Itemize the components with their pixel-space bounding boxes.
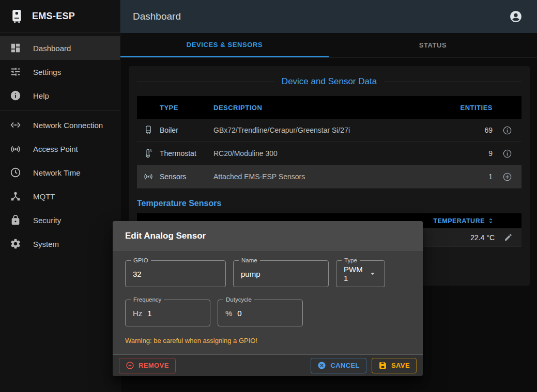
app-title: EMS-ESP <box>32 11 75 22</box>
device-description: GBx72/Trendline/Cerapur/Greenstar Si/27i <box>213 126 456 134</box>
ems-esp-app: EMS-ESP Dashboard Settings Help <box>0 0 537 392</box>
dialog-body: GPIO Name Type PWM 1 Frequency <box>113 251 423 354</box>
sidebar-item-label: Security <box>33 216 61 225</box>
device-description: RC20/Moduline 300 <box>213 149 456 158</box>
dialog-title: Edit Analog Sensor <box>113 221 423 251</box>
sidebar-item-network-time[interactable]: Network Time <box>0 161 120 184</box>
sidebar-item-label: Network Connection <box>33 121 103 130</box>
sidebar-item-label: Dashboard <box>33 44 71 53</box>
unfold-more-icon <box>487 217 495 225</box>
device-type: Boiler <box>160 126 213 134</box>
frequency-label: Frequency <box>131 296 164 303</box>
sidebar-item-mqtt[interactable]: MQTT <box>0 184 120 208</box>
sidebar-item-network-connection[interactable]: Network Connection <box>0 113 120 137</box>
sidebar-item-label: MQTT <box>33 192 55 201</box>
gpio-warning-text: Warning: be careful when assigning a GPI… <box>125 337 410 344</box>
wifi-tethering-icon <box>9 143 22 155</box>
sidebar-item-access-point[interactable]: Access Point <box>0 137 120 161</box>
device-table: TYPE DESCRIPTION ENTITIES Boiler GBx72/T… <box>137 96 521 189</box>
save-button[interactable]: SAVE <box>372 358 417 373</box>
sidebar-item-label: Network Time <box>33 168 81 177</box>
svg-text:A: A <box>150 149 152 152</box>
frequency-field: Frequency Hz <box>125 300 210 326</box>
gear-icon <box>9 238 22 250</box>
type-label: Type <box>342 257 360 264</box>
tab-devices-sensors[interactable]: DEVICES & SENSORS <box>120 33 329 57</box>
sidebar-item-label: Help <box>33 91 49 100</box>
device-table-header: TYPE DESCRIPTION ENTITIES <box>137 96 521 119</box>
sidebar-item-help[interactable]: Help <box>0 84 120 107</box>
dutycycle-input[interactable] <box>237 309 295 318</box>
header-description: DESCRIPTION <box>213 104 456 112</box>
info-outline-icon[interactable] <box>501 124 513 136</box>
sidebar-divider <box>0 110 120 111</box>
table-row-sensors: Sensors Attached EMS-ESP Sensors 1 <box>137 165 521 189</box>
header-entities: ENTITIES <box>456 104 493 112</box>
header-type: TYPE <box>160 104 213 112</box>
edit-analog-sensor-dialog: Edit Analog Sensor GPIO Name Type PWM 1 <box>113 221 423 376</box>
sidebar: EMS-ESP Dashboard Settings Help <box>0 0 120 392</box>
clock-icon <box>9 166 22 179</box>
tab-status[interactable]: STATUS <box>329 33 537 57</box>
add-circle-icon[interactable] <box>501 171 513 183</box>
tune-icon <box>9 66 22 78</box>
sidebar-nav: Dashboard Settings Help Network Conn <box>0 33 120 256</box>
dialog-actions: REMOVE CANCEL SAVE <box>113 354 423 376</box>
name-input[interactable] <box>241 270 321 278</box>
type-select[interactable]: Type PWM 1 <box>336 260 385 287</box>
device-entities: 9 <box>456 149 493 158</box>
floppy-icon <box>378 361 387 370</box>
sidebar-item-label: Access Point <box>33 145 78 153</box>
sidebar-item-dashboard[interactable]: Dashboard <box>0 36 120 60</box>
caret-down-icon <box>368 269 377 278</box>
sidebar-item-security[interactable]: Security <box>0 208 120 232</box>
tab-bar: DEVICES & SENSORS STATUS <box>120 33 537 58</box>
dashboard-icon <box>9 42 22 54</box>
table-row-boiler: Boiler GBx72/Trendline/Cerapur/Greenstar… <box>137 119 521 142</box>
sidebar-item-label: Settings <box>33 68 61 76</box>
sidebar-item-system[interactable]: System <box>0 232 120 256</box>
account-circle-icon <box>509 10 523 23</box>
table-row-thermostat: A Thermostat RC20/Moduline 300 9 <box>137 142 521 165</box>
dutycycle-unit: % <box>225 309 232 318</box>
remove-button[interactable]: REMOVE <box>119 358 176 373</box>
type-value: PWM 1 <box>344 265 368 283</box>
temperature-value: 22.4 °C <box>412 233 495 242</box>
device-type: Sensors <box>160 173 213 181</box>
dutycycle-label: Dutycycle <box>223 296 254 303</box>
minus-circle-icon <box>126 361 134 370</box>
cancel-circle-icon <box>317 361 326 370</box>
name-field: Name <box>233 260 329 287</box>
app-bar: Dashboard <box>120 0 537 33</box>
page-title: Dashboard <box>133 11 507 22</box>
gpio-input[interactable] <box>133 270 218 278</box>
gpio-field: GPIO <box>125 260 226 287</box>
frequency-unit: Hz <box>133 309 142 318</box>
sidebar-item-settings[interactable]: Settings <box>0 60 120 84</box>
device-description: Attached EMS-ESP Sensors <box>213 173 456 181</box>
device-entities: 69 <box>456 126 493 134</box>
section-title: Device and Sensor Data <box>137 76 521 87</box>
device-entities: 1 <box>456 173 493 181</box>
info-icon <box>9 89 22 102</box>
device-type: Thermostat <box>160 149 213 158</box>
sensor-icon <box>137 171 160 182</box>
account-button[interactable] <box>507 8 525 25</box>
pencil-icon[interactable] <box>503 232 514 243</box>
info-outline-icon[interactable] <box>501 148 513 160</box>
cancel-button[interactable]: CANCEL <box>311 358 366 373</box>
name-label: Name <box>239 257 260 264</box>
water-heater-logo-icon <box>9 9 25 24</box>
temperature-sensors-title: Temperature Sensors <box>137 199 521 208</box>
frequency-input[interactable] <box>147 309 203 318</box>
thermostat-icon: A <box>137 148 160 159</box>
dutycycle-field: Dutycycle % <box>218 300 303 326</box>
device-hub-icon <box>9 190 22 202</box>
app-logo: EMS-ESP <box>0 0 120 33</box>
lock-icon <box>9 214 22 226</box>
gpio-label: GPIO <box>131 257 151 264</box>
settings-ethernet-icon <box>9 119 22 131</box>
sidebar-item-label: System <box>33 240 59 248</box>
temperature-column-header[interactable]: TEMPERATURE <box>412 217 495 225</box>
section-title-text: Device and Sensor Data <box>282 76 377 87</box>
